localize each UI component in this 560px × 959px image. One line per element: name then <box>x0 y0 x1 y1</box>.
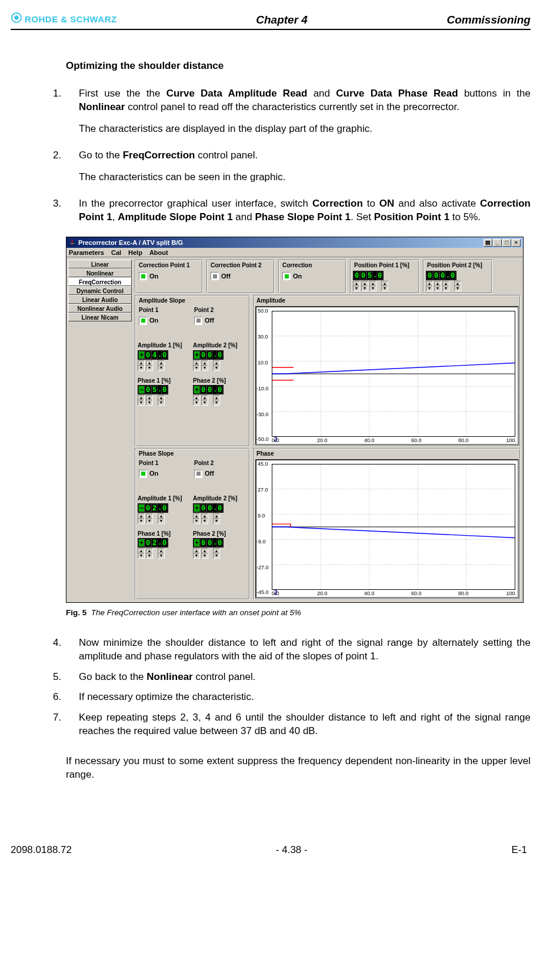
group-position-point-2: Position Point 2 [%] 000.0 ▲▼▲▼▲▼▲▼ <box>423 260 492 294</box>
tab-nonlinear[interactable]: Nonlinear <box>68 268 132 277</box>
footer-right: E-1 <box>512 844 527 857</box>
chapter-label: Chapter 4 <box>256 12 308 28</box>
amplitude-1-value[interactable]: +04.0 ▲▼▲▼▲▼ <box>138 350 189 371</box>
group-phase-graph: Phase 45.0 27.0 9.0 -9.0 -27.0 -45.0 [%]… <box>254 448 521 600</box>
step-1: 1.First use the the Curve Data Amplitude… <box>66 87 531 136</box>
toggle-as-p2[interactable]: Off <box>193 315 245 326</box>
toggle-ps-p1[interactable]: On <box>138 468 189 479</box>
logo-icon <box>11 12 22 28</box>
gui-screenshot: Precorrector Exc-A / ATV split B/G ▤ _ □… <box>66 237 524 603</box>
position-1-value[interactable]: 005.0 ▲▼▲▼▲▼▲▼ <box>353 271 416 291</box>
minimize-button[interactable]: _ <box>493 239 502 247</box>
step-2: 2.Go to the FreqCorrection control panel… <box>66 149 531 184</box>
step-6: 6.If necessary optimize the characterist… <box>66 691 531 704</box>
section-label: Commissioning <box>446 12 531 28</box>
ps-amplitude-1-value[interactable]: −02.0 ▲▼▲▼▲▼ <box>138 503 189 524</box>
toggle-cp2[interactable]: Off <box>209 271 272 282</box>
logo-text: ROHDE & SCHWARZ <box>25 14 117 25</box>
ps-phase-2-value[interactable]: +00.0 ▲▼▲▼▲▼ <box>193 538 245 559</box>
group-correction-point-2: Correction Point 2 Off <box>206 260 275 294</box>
group-position-point-1: Position Point 1 [%] 005.0 ▲▼▲▼▲▼▲▼ <box>350 260 419 294</box>
menu-cal[interactable]: Cal <box>111 248 121 256</box>
page-header: ROHDE & SCHWARZ Chapter 4 Commissioning <box>11 12 531 30</box>
tab-linear-nicam[interactable]: Linear Nicam <box>68 313 132 321</box>
step-7: 7.Keep repeating steps 2, 3, 4 and 6 unt… <box>66 711 531 738</box>
maximize-button[interactable]: □ <box>502 239 511 247</box>
group-amplitude-slope: Amplitude Slope Point 1 On Point 2 Off <box>135 295 250 447</box>
group-correction: Correction On <box>278 260 346 294</box>
step-3: 3.In the precorrector graphical user int… <box>66 197 531 224</box>
phase-2-value[interactable]: +00.0 ▲▼▲▼▲▼ <box>193 385 245 406</box>
tab-nonlinear-audio[interactable]: Nonlinear Audio <box>68 304 132 313</box>
figure-caption: Fig. 5 The FreqCorrection user interface… <box>66 608 531 618</box>
section-title: Optimizing the shoulder distance <box>66 59 531 73</box>
position-2-value[interactable]: 000.0 ▲▼▲▼▲▼▲▼ <box>426 271 489 291</box>
menubar: Parameters Cal Help About <box>66 248 523 257</box>
extra-button[interactable]: ▤ <box>484 239 492 247</box>
group-amplitude-graph: Amplitude 50.0 30.0 10.0 -10.0 -30.0 -50… <box>254 295 521 447</box>
menu-parameters[interactable]: Parameters <box>69 248 104 256</box>
toggle-cp1[interactable]: On <box>138 271 200 282</box>
ps-phase-1-value[interactable]: +02.0 ▲▼▲▼▲▼ <box>138 538 189 559</box>
toggle-ps-p2[interactable]: Off <box>193 468 245 479</box>
step-1-sub: The characteristics are displayed in the… <box>79 122 531 136</box>
final-paragraph: If necessary you must to some extent sup… <box>66 755 531 782</box>
logo: ROHDE & SCHWARZ <box>11 12 117 28</box>
group-correction-point-1: Correction Point 1 On <box>135 260 203 294</box>
footer-left: 2098.0188.72 <box>11 844 72 857</box>
java-icon <box>69 238 76 248</box>
footer-center: - 4.38 - <box>276 844 308 857</box>
menu-help[interactable]: Help <box>128 248 142 256</box>
page-footer: 2098.0188.72 - 4.38 - E-1 <box>0 844 560 857</box>
close-button[interactable]: × <box>512 239 521 247</box>
step-5: 5.Go back to the Nonlinear control panel… <box>66 671 531 684</box>
tab-dynamic-control[interactable]: Dynamic Control <box>68 286 132 295</box>
ps-amplitude-2-value[interactable]: +00.0 ▲▼▲▼▲▼ <box>193 503 245 524</box>
toggle-as-p1[interactable]: On <box>138 315 189 326</box>
sidebar: Linear Nonlinear FreqCorrection Dynamic … <box>68 258 132 323</box>
step-4: 4.Now minimize the shoulder distance to … <box>66 636 531 663</box>
menu-about[interactable]: About <box>149 248 168 256</box>
group-phase-slope: Phase Slope Point 1 On Point 2 Off <box>135 448 250 600</box>
toggle-correction[interactable]: On <box>281 271 344 282</box>
window-title: Precorrector Exc-A / ATV split B/G <box>78 238 183 247</box>
amplitude-2-value[interactable]: +00.0 ▲▼▲▼▲▼ <box>193 350 245 371</box>
tab-freqcorrection[interactable]: FreqCorrection <box>68 277 132 286</box>
phase-1-value[interactable]: −05.0 ▲▼▲▼▲▼ <box>138 385 189 406</box>
step-2-sub: The characteristics can be seen in the g… <box>79 171 531 184</box>
tab-linear-audio[interactable]: Linear Audio <box>68 295 132 304</box>
tab-linear[interactable]: Linear <box>68 260 132 268</box>
step-number: 1. <box>66 87 79 101</box>
titlebar: Precorrector Exc-A / ATV split B/G ▤ _ □… <box>66 237 523 248</box>
